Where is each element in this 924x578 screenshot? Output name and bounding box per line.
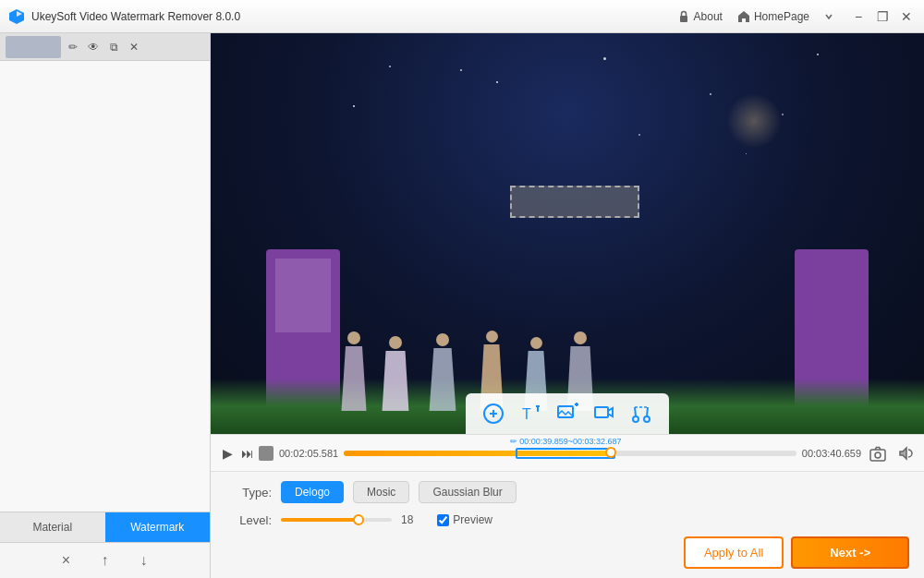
video-area: T (211, 33, 924, 434)
tab-watermark[interactable]: Watermark (105, 512, 211, 542)
add-image-button[interactable] (551, 397, 584, 430)
svg-rect-12 (595, 407, 608, 417)
level-row: Level: 18 Preview (225, 512, 909, 527)
level-slider-track (281, 518, 392, 522)
app-logo (7, 7, 26, 26)
eye-icon[interactable]: 👁 (85, 39, 102, 55)
figure-2 (382, 336, 409, 411)
svg-rect-18 (870, 450, 885, 461)
svg-point-14 (644, 416, 650, 422)
close-button[interactable]: ✕ (896, 6, 917, 27)
type-mosic-button[interactable]: Mosic (353, 481, 409, 503)
close-panel-icon[interactable]: ✕ (126, 39, 142, 55)
type-gaussian-button[interactable]: Gaussian Blur (419, 481, 516, 503)
add-region-icon (482, 403, 505, 425)
cut-button[interactable] (625, 397, 658, 430)
bottom-controls: Type: Delogo Mosic Gaussian Blur Level: … (211, 471, 924, 578)
preview-checkbox-container: Preview (437, 513, 492, 526)
add-region-button[interactable] (477, 397, 510, 430)
volume-button[interactable] (894, 442, 917, 464)
svg-rect-2 (680, 16, 687, 22)
left-panel-header: ✏ 👁 ⧉ ✕ (0, 33, 210, 61)
homepage-nav-item[interactable]: HomePage (737, 10, 809, 23)
timeline-handle[interactable] (605, 447, 616, 458)
level-slider[interactable] (281, 512, 392, 527)
next-button[interactable]: Next -> (791, 536, 909, 569)
svg-point-13 (633, 416, 638, 422)
home-icon (737, 10, 750, 23)
type-delogo-button[interactable]: Delogo (281, 481, 344, 503)
figure-3 (428, 333, 457, 411)
star-5 (782, 114, 784, 115)
move-up-icon[interactable]: ↑ (95, 550, 116, 571)
preview-label[interactable]: Preview (453, 513, 492, 526)
add-text-icon: T (519, 403, 541, 425)
right-panel: T (211, 33, 924, 578)
chevron-down-icon (824, 12, 833, 21)
star-3 (603, 57, 606, 60)
moon-glow (726, 93, 782, 149)
copy-icon[interactable]: ⧉ (105, 39, 122, 55)
level-slider-filled (281, 518, 359, 522)
bottom-buttons: Apply to All Next -> (225, 536, 909, 569)
figure-1 (340, 331, 368, 411)
star-1 (389, 66, 391, 67)
play-controls: ▶ ⏭ (218, 444, 274, 463)
level-value: 18 (401, 513, 413, 526)
about-label: About (694, 10, 723, 23)
add-video-button[interactable] (588, 397, 621, 430)
add-image-icon (556, 403, 578, 425)
star-2 (496, 81, 498, 83)
tab-material[interactable]: Material (0, 512, 105, 542)
play-button[interactable]: ▶ (218, 444, 237, 463)
stop-button[interactable] (259, 446, 274, 461)
minimize-button[interactable]: − (848, 6, 869, 27)
media-thumbnail (6, 36, 61, 58)
timeline-range-selection: ✏ 00:00:39.859~00:03:32.687 (516, 448, 615, 459)
left-panel-content (0, 61, 210, 512)
lock-icon (677, 10, 690, 23)
window-controls: − ❐ ✕ (848, 6, 917, 27)
restore-button[interactable]: ❐ (872, 6, 893, 27)
level-slider-thumb (353, 514, 364, 525)
move-down-icon[interactable]: ↓ (134, 550, 154, 571)
camera-icon (869, 445, 886, 462)
homepage-label: HomePage (754, 10, 809, 23)
star-10 (817, 54, 819, 55)
video-background: T (211, 33, 924, 434)
svg-line-15 (635, 407, 636, 416)
play-next-button[interactable]: ⏭ (238, 444, 257, 463)
timeline-range-label: ✏ 00:00:39.859~00:03:32.687 (510, 437, 622, 446)
about-nav-item[interactable]: About (677, 10, 723, 23)
app-title: UkeySoft Video Watermark Remover 8.0.0 (31, 10, 677, 23)
type-row: Type: Delogo Mosic Gaussian Blur (225, 481, 909, 503)
star-8 (638, 134, 640, 136)
left-panel-actions: × ↑ ↓ (0, 542, 210, 578)
cut-icon (630, 403, 652, 425)
add-text-button[interactable]: T (514, 397, 547, 430)
timeline-container[interactable]: ✏ 00:00:39.859~00:03:32.687 (344, 444, 796, 463)
svg-point-19 (875, 452, 881, 458)
current-time-label: 00:02:05.581 (279, 448, 338, 459)
svg-text:T: T (522, 406, 531, 422)
title-bar: UkeySoft Video Watermark Remover 8.0.0 A… (0, 0, 924, 33)
edit-icon[interactable]: ✏ (65, 39, 81, 55)
delete-item-icon[interactable]: × (56, 550, 77, 571)
screenshot-button[interactable] (867, 442, 889, 464)
level-label: Level: (225, 513, 272, 527)
type-label: Type: (225, 486, 272, 500)
video-toolbar: T (466, 393, 669, 434)
volume-icon (897, 445, 914, 462)
apply-all-button[interactable]: Apply to All (684, 536, 784, 569)
add-video-icon (593, 403, 615, 425)
end-time-label: 00:03:40.659 (802, 448, 861, 459)
svg-line-16 (647, 407, 648, 416)
left-panel-tabs: Material Watermark (0, 512, 210, 542)
preview-checkbox[interactable] (437, 514, 449, 526)
watermark-selection-box[interactable] (510, 186, 639, 218)
dropdown-nav-item[interactable] (824, 12, 833, 21)
title-bar-nav: About HomePage (677, 10, 833, 23)
main-layout: ✏ 👁 ⧉ ✕ Material Watermark × ↑ ↓ (0, 33, 924, 578)
left-panel: ✏ 👁 ⧉ ✕ Material Watermark × ↑ ↓ (0, 33, 211, 578)
timeline-bar: ▶ ⏭ 00:02:05.581 ✏ 00:00:39.859~00:03:32… (211, 434, 924, 471)
